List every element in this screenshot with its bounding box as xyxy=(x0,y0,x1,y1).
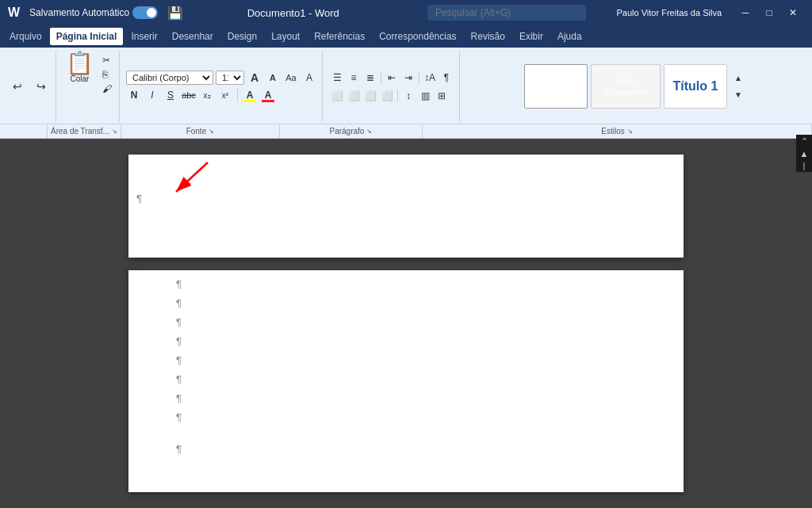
close-button[interactable]: ✕ xyxy=(782,5,804,21)
menu-revisao[interactable]: Revisão xyxy=(465,28,511,45)
menu-layout[interactable]: Layout xyxy=(265,28,306,45)
copy-icon: ⎘ xyxy=(102,69,108,80)
ribbon-collapse-btn[interactable]: ⌃ xyxy=(801,136,808,147)
font-label[interactable]: Fonte ↘ xyxy=(121,124,280,138)
right-scroll-up[interactable]: ▲ xyxy=(800,149,809,159)
italic-button[interactable]: I xyxy=(144,87,160,103)
search-input[interactable] xyxy=(427,5,586,21)
page-2: ¶ ¶ ¶ ¶ ¶ ¶ ¶ ¶ ¶ xyxy=(128,270,684,492)
change-case-button[interactable]: Aa xyxy=(283,70,299,86)
borders-button[interactable]: ⊞ xyxy=(434,88,450,104)
pilcrow-p2-6: ¶ xyxy=(176,373,182,385)
align-right-button[interactable]: ⬜ xyxy=(362,88,378,104)
increase-indent-button[interactable]: ⇥ xyxy=(400,70,416,86)
autosave-label: Salvamento Automático xyxy=(29,7,129,18)
styles-expand-icon: ↘ xyxy=(627,128,633,135)
pilcrow-p2-5: ¶ xyxy=(176,354,182,366)
menu-design[interactable]: Design xyxy=(221,28,263,45)
highlight-button[interactable]: A xyxy=(242,87,258,103)
format-painter-button[interactable]: 🖌 xyxy=(100,82,114,95)
word-logo: W xyxy=(8,6,20,20)
document-area[interactable]: ¶ ¶ ¶ ¶ ¶ ¶ ¶ ¶ ¶ ¶ xyxy=(0,139,812,508)
decrease-font-button[interactable]: A xyxy=(265,70,281,86)
autosave-area: Salvamento Automático xyxy=(29,6,158,19)
styles-label[interactable]: Estilos ↘ xyxy=(423,124,812,138)
styles-scroll[interactable]: ▲ ▼ xyxy=(730,71,746,103)
pilcrow-p2-2: ¶ xyxy=(176,297,182,309)
styles-scroll-down[interactable]: ▼ xyxy=(730,87,746,103)
menu-arquivo[interactable]: Arquivo xyxy=(3,28,48,45)
paste-icon: 📋 xyxy=(66,52,94,74)
pilcrow-p2-1: ¶ xyxy=(176,278,182,290)
decrease-indent-button[interactable]: ⇤ xyxy=(384,70,400,86)
bold-button[interactable]: N xyxy=(126,87,142,103)
menu-correspondencias[interactable]: Correspondências xyxy=(373,28,462,45)
sort-button[interactable]: ↕A xyxy=(422,70,438,86)
menu-bar: Arquivo Página Inicial Inserir Desenhar … xyxy=(0,25,812,48)
pilcrow-p2-4: ¶ xyxy=(176,335,182,347)
clipboard-label[interactable]: Área de Transf... ↘ xyxy=(48,124,121,138)
style-titulo1-button[interactable]: Título 1 xyxy=(664,64,727,109)
clipboard-label-text: Área de Transf... xyxy=(51,127,109,136)
justify-button[interactable]: ⬜ xyxy=(379,88,395,104)
clear-format-button[interactable]: A xyxy=(301,70,317,86)
superscript-button[interactable]: x² xyxy=(217,87,233,103)
doc-name: Documento1 - Word xyxy=(190,7,396,19)
menu-referencias[interactable]: Referências xyxy=(308,28,371,45)
undo-button[interactable]: ↩ xyxy=(6,75,29,97)
shading-button[interactable]: ▥ xyxy=(417,88,433,104)
bullets-button[interactable]: ☰ xyxy=(329,70,345,86)
maximize-button[interactable]: □ xyxy=(758,5,780,21)
line-spacing-button[interactable]: ↕ xyxy=(400,88,416,104)
cut-button[interactable]: ✂ xyxy=(100,54,114,67)
menu-inserir[interactable]: Inserir xyxy=(124,28,163,45)
font-color-button[interactable]: A xyxy=(260,87,276,103)
user-name: Paulo Vitor Freitas da Silva xyxy=(617,8,722,17)
save-icon[interactable]: 💾 xyxy=(167,6,183,21)
pilcrow-p1: ¶ xyxy=(136,193,142,204)
font-size-select[interactable]: 11 xyxy=(216,71,244,85)
clipboard-group: 📋 Colar ✂ ⎘ 🖌 xyxy=(58,51,120,122)
ribbon-labels-row: Área de Transf... ↘ Fonte ↘ Parágrafo ↘ … xyxy=(0,124,812,138)
clipboard-expand-icon: ↘ xyxy=(112,128,117,135)
menu-desenhar[interactable]: Desenhar xyxy=(166,28,220,45)
right-toolbar: ⌃ ▲ | xyxy=(796,135,812,172)
red-arrow-indicator xyxy=(160,159,224,209)
style-normal-button[interactable]: Normal xyxy=(524,64,588,109)
font-name-select[interactable]: Calibri (Corpo) xyxy=(126,71,213,85)
copy-button[interactable]: ⎘ xyxy=(100,68,114,81)
format-painter-icon: 🖌 xyxy=(102,83,112,94)
strikethrough-button[interactable]: abc xyxy=(181,87,197,103)
underline-button[interactable]: S xyxy=(163,87,178,103)
paragraph-label[interactable]: Parágrafo ↘ xyxy=(280,124,423,138)
align-center-button[interactable]: ⬜ xyxy=(346,88,362,104)
font-label-text: Fonte xyxy=(186,127,207,136)
styles-group: Normal Sem Espaçamer Título 1 ▲ ▼ xyxy=(462,51,809,122)
menu-pagina-inicial[interactable]: Página Inicial xyxy=(50,28,124,45)
cut-icon: ✂ xyxy=(102,55,110,66)
style-no-space-button[interactable]: Sem Espaçamer xyxy=(591,64,661,109)
menu-exibir[interactable]: Exibir xyxy=(513,28,550,45)
styles-scroll-up[interactable]: ▲ xyxy=(730,71,746,86)
paste-button[interactable]: 📋 Colar xyxy=(63,51,97,85)
align-left-button[interactable]: ⬜ xyxy=(329,88,345,104)
subscript-button[interactable]: x₂ xyxy=(199,87,215,103)
redo-button[interactable]: ↪ xyxy=(30,75,52,97)
paragraph-expand-icon: ↘ xyxy=(366,128,372,135)
undo-group-label xyxy=(0,124,48,138)
autosave-toggle[interactable] xyxy=(132,6,158,19)
pilcrow-p2-7: ¶ xyxy=(176,392,182,404)
increase-font-button[interactable]: A xyxy=(247,70,262,86)
ribbon: ↩ ↪ 📋 Colar ✂ ⎘ xyxy=(0,48,812,139)
numbering-button[interactable]: ≡ xyxy=(346,70,362,86)
menu-ajuda[interactable]: Ajuda xyxy=(551,28,588,45)
scroll-thumb[interactable]: | xyxy=(803,161,806,170)
minimize-button[interactable]: ─ xyxy=(734,5,756,21)
paste-label: Colar xyxy=(71,74,90,83)
page-1: ¶ xyxy=(128,155,684,258)
multilevel-list-button[interactable]: ≣ xyxy=(362,70,378,86)
font-expand-icon: ↘ xyxy=(209,128,214,135)
show-formatting-button[interactable]: ¶ xyxy=(439,70,454,86)
font-group: Calibri (Corpo) 11 A A Aa A N xyxy=(121,51,323,122)
pilcrow-p2-9: ¶ xyxy=(176,443,182,455)
